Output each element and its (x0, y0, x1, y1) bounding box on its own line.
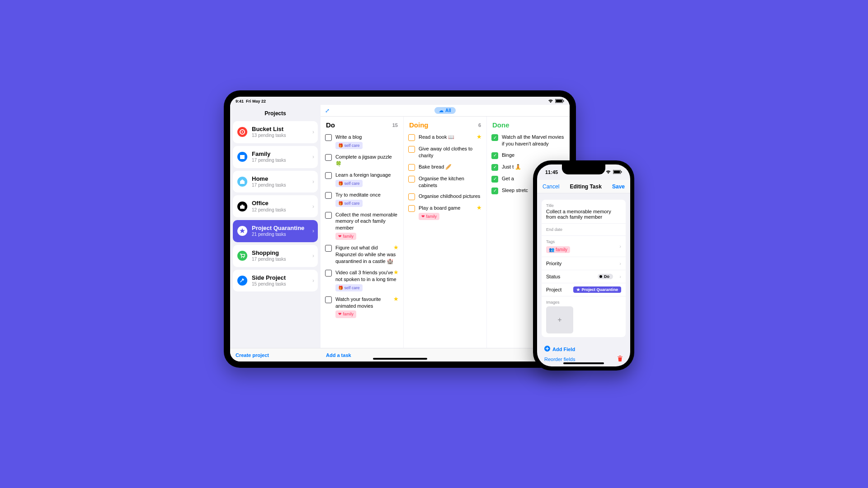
task-item[interactable]: Video call 3 friends you've not spoken t… (325, 267, 399, 294)
svg-rect-7 (240, 206, 245, 209)
project-name: Family (252, 150, 286, 158)
status-time: 9:41 (236, 99, 244, 103)
column-do-count: 15 (392, 122, 398, 128)
task-item[interactable]: Play a board game❤ family ★ (408, 202, 482, 222)
task-item[interactable]: Collect the most memorable memory of eac… (325, 209, 399, 243)
notch (562, 164, 605, 174)
filter-all-pill[interactable]: ☁ All (434, 107, 456, 114)
task-checkbox[interactable]: ✓ (491, 164, 498, 171)
field-tags[interactable]: Tags 👥family › (542, 236, 626, 257)
wifi-icon (605, 169, 611, 175)
task-checkbox[interactable] (408, 146, 415, 153)
task-checkbox[interactable] (325, 296, 332, 303)
task-item[interactable]: ✓ Binge (491, 150, 565, 161)
create-project-button[interactable]: Create project (236, 352, 269, 358)
task-tag: ❤ family (335, 310, 356, 318)
save-button[interactable]: Save (612, 183, 625, 190)
task-checkbox[interactable]: ✓ (491, 134, 498, 141)
task-item[interactable]: Try to meditate once🎁 self care (325, 189, 399, 209)
chevron-right-icon: › (619, 274, 621, 279)
task-text: Complete a jigsaw puzzle 🍀 (335, 154, 399, 167)
task-checkbox[interactable] (325, 212, 332, 219)
task-checkbox[interactable] (408, 193, 415, 200)
project-icon (237, 251, 247, 261)
battery-icon (613, 169, 622, 175)
task-checkbox[interactable] (325, 154, 332, 161)
task-checkbox[interactable] (325, 172, 332, 179)
project-item[interactable]: Project Quarantine 21 pending tasks › (233, 220, 318, 242)
project-name: Bucket List (252, 126, 286, 133)
task-item[interactable]: Organise childhood pictures (408, 191, 482, 202)
add-image-button[interactable]: + (546, 306, 573, 333)
add-task-button[interactable]: Add a task (326, 352, 351, 358)
iphone-title: Editing Task (570, 183, 601, 190)
project-icon (237, 276, 247, 286)
task-item[interactable]: Figure out what did Rapunzel do while sh… (325, 242, 399, 267)
task-checkbox[interactable] (408, 164, 415, 171)
project-name: Side Project (252, 274, 286, 282)
task-item[interactable]: Write a blog🎁 self care (325, 131, 399, 151)
task-item[interactable]: Organise the kitchen cabinets (408, 173, 482, 191)
sidebar-title: Projects (264, 110, 286, 117)
task-checkbox[interactable] (325, 245, 332, 252)
field-title[interactable]: Title Collect a memorable memory from ea… (542, 200, 626, 224)
add-field-button[interactable]: Add Field (544, 346, 623, 352)
task-checkbox[interactable]: ✓ (491, 188, 498, 194)
task-item[interactable]: Give away old clothes to charity (408, 143, 482, 161)
project-item[interactable]: Bucket List 13 pending tasks › (233, 121, 318, 143)
task-item[interactable]: Learn a foreign language🎁 self care (325, 169, 399, 189)
iphone-device: 11:45 Cancel Editing Task Save (533, 160, 634, 371)
task-text: Binge (502, 152, 565, 159)
projects-sidebar: Projects Bucket List 13 pending tasks › … (230, 105, 321, 348)
chevron-right-icon: › (312, 277, 314, 284)
task-item[interactable]: Read a book 📖 ★ (408, 131, 482, 143)
cancel-button[interactable]: Cancel (542, 183, 559, 190)
task-item[interactable]: Bake bread 🥖 (408, 161, 482, 173)
task-checkbox[interactable] (325, 270, 332, 277)
project-subtitle: 17 pending tasks (252, 158, 286, 164)
field-status[interactable]: Status Do › (542, 270, 626, 283)
task-item[interactable]: Complete a jigsaw puzzle 🍀 (325, 151, 399, 169)
svg-rect-6 (240, 155, 245, 156)
svg-point-4 (242, 131, 243, 133)
task-text: Organise childhood pictures (419, 193, 482, 200)
task-tag: 🎁 self care (335, 284, 363, 291)
task-text: Organise the kitchen cabinets (419, 175, 482, 189)
task-checkbox[interactable] (408, 176, 415, 183)
project-pill: ★ Project Quarantine (573, 286, 621, 293)
column-done-title: Done (492, 121, 509, 129)
task-text: Collect the most memorable memory of eac… (335, 211, 399, 240)
task-text: Figure out what did Rapunzel do while sh… (335, 244, 399, 265)
inbox-icon: ☁ (439, 108, 443, 113)
task-checkbox[interactable]: ✓ (491, 152, 498, 159)
task-tag: 🎁 self care (335, 200, 363, 207)
project-item[interactable]: Family 17 pending tasks › (233, 146, 318, 168)
task-text: Watch all the Marvel movies if you haven… (502, 134, 565, 147)
project-icon (237, 152, 247, 162)
ipad-status-bar: 9:41 Fri May 22 (230, 97, 570, 105)
iphone-time: 11:45 (545, 169, 558, 175)
project-item[interactable]: Shopping 17 pending tasks › (233, 245, 318, 267)
field-images[interactable]: Images + (542, 296, 626, 337)
task-item[interactable]: Watch your favourite animated movies❤ fa… (325, 294, 399, 320)
project-item[interactable]: Office 12 pending tasks › (233, 195, 318, 217)
task-checkbox[interactable] (325, 134, 332, 141)
task-tag: 🎁 self care (335, 142, 363, 149)
task-item[interactable]: ✓ Watch all the Marvel movies if you hav… (491, 131, 565, 150)
task-checkbox[interactable]: ✓ (491, 176, 498, 183)
task-text: Read a book 📖 (419, 134, 482, 141)
field-priority[interactable]: Priority › (542, 257, 626, 270)
reorder-fields-button[interactable]: Reorder fields (544, 357, 575, 362)
trash-icon[interactable] (617, 355, 623, 363)
project-item[interactable]: Side Project 15 pending tasks › (233, 270, 318, 292)
task-checkbox[interactable] (408, 205, 415, 212)
task-checkbox[interactable] (325, 192, 332, 199)
field-project[interactable]: Project ★ Project Quarantine (542, 283, 626, 296)
project-item[interactable]: Home 17 pending tasks › (233, 171, 318, 193)
ipad-screen: 9:41 Fri May 22 Projects (230, 97, 570, 361)
star-icon: ★ (476, 133, 482, 140)
field-end-date[interactable]: End date (542, 224, 626, 236)
expand-icon[interactable]: ⤢ (325, 108, 330, 114)
task-checkbox[interactable] (408, 134, 415, 141)
svg-rect-8 (241, 205, 243, 206)
